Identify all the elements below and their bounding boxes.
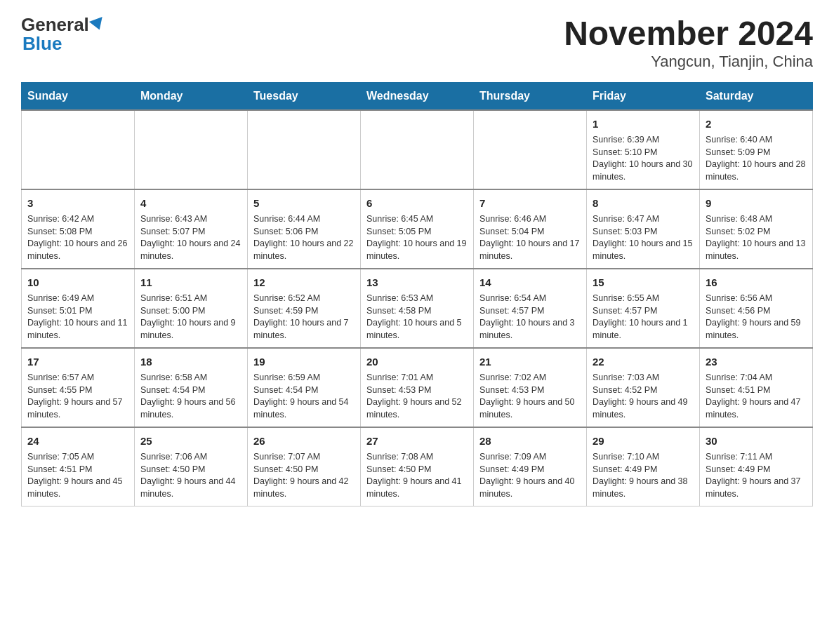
week-row-5: 24Sunrise: 7:05 AM Sunset: 4:51 PM Dayli… <box>22 427 813 507</box>
day-number: 22 <box>593 354 694 369</box>
calendar-cell: 18Sunrise: 6:58 AM Sunset: 4:54 PM Dayli… <box>135 348 248 427</box>
day-info: Sunrise: 6:56 AM Sunset: 4:56 PM Dayligh… <box>706 293 807 342</box>
day-info: Sunrise: 6:54 AM Sunset: 4:57 PM Dayligh… <box>479 293 581 342</box>
day-info: Sunrise: 7:04 AM Sunset: 4:51 PM Dayligh… <box>706 372 807 421</box>
day-number: 7 <box>479 196 581 210</box>
calendar-cell: 8Sunrise: 6:47 AM Sunset: 5:03 PM Daylig… <box>587 189 700 269</box>
day-number: 2 <box>706 116 807 131</box>
calendar-cell: 23Sunrise: 7:04 AM Sunset: 4:51 PM Dayli… <box>700 348 813 427</box>
week-row-3: 10Sunrise: 6:49 AM Sunset: 5:01 PM Dayli… <box>22 269 813 348</box>
day-number: 20 <box>366 354 468 369</box>
calendar-cell: 11Sunrise: 6:51 AM Sunset: 5:00 PM Dayli… <box>135 269 248 348</box>
logo-triangle-icon <box>89 17 106 32</box>
week-row-4: 17Sunrise: 6:57 AM Sunset: 4:55 PM Dayli… <box>22 348 813 427</box>
day-number: 15 <box>593 275 694 290</box>
day-info: Sunrise: 6:40 AM Sunset: 5:09 PM Dayligh… <box>706 134 807 183</box>
calendar-cell: 6Sunrise: 6:45 AM Sunset: 5:05 PM Daylig… <box>361 189 474 269</box>
day-number: 16 <box>706 275 807 290</box>
day-info: Sunrise: 7:11 AM Sunset: 4:49 PM Dayligh… <box>706 451 807 500</box>
calendar-cell: 10Sunrise: 6:49 AM Sunset: 5:01 PM Dayli… <box>22 269 135 348</box>
day-number: 6 <box>366 196 468 210</box>
day-info: Sunrise: 7:01 AM Sunset: 4:53 PM Dayligh… <box>366 372 468 421</box>
calendar-cell: 1Sunrise: 6:39 AM Sunset: 5:10 PM Daylig… <box>587 110 700 189</box>
weekday-header-thursday: Thursday <box>474 83 587 111</box>
day-number: 9 <box>706 196 807 210</box>
day-number: 17 <box>27 354 128 369</box>
day-number: 28 <box>479 434 581 448</box>
day-info: Sunrise: 6:49 AM Sunset: 5:01 PM Dayligh… <box>27 293 128 342</box>
calendar-cell: 25Sunrise: 7:06 AM Sunset: 4:50 PM Dayli… <box>135 427 248 507</box>
day-number: 11 <box>140 275 241 290</box>
day-info: Sunrise: 7:06 AM Sunset: 4:50 PM Dayligh… <box>140 451 241 500</box>
calendar-cell: 20Sunrise: 7:01 AM Sunset: 4:53 PM Dayli… <box>361 348 474 427</box>
calendar-cell: 4Sunrise: 6:43 AM Sunset: 5:07 PM Daylig… <box>135 189 248 269</box>
day-number: 10 <box>27 275 128 290</box>
calendar-cell: 19Sunrise: 6:59 AM Sunset: 4:54 PM Dayli… <box>248 348 361 427</box>
day-info: Sunrise: 6:44 AM Sunset: 5:06 PM Dayligh… <box>253 213 355 262</box>
calendar-cell: 26Sunrise: 7:07 AM Sunset: 4:50 PM Dayli… <box>248 427 361 507</box>
calendar-cell: 30Sunrise: 7:11 AM Sunset: 4:49 PM Dayli… <box>700 427 813 507</box>
day-number: 1 <box>593 116 694 131</box>
day-info: Sunrise: 7:02 AM Sunset: 4:53 PM Dayligh… <box>479 372 581 421</box>
day-info: Sunrise: 7:08 AM Sunset: 4:50 PM Dayligh… <box>366 451 468 500</box>
weekday-header-tuesday: Tuesday <box>248 83 361 111</box>
weekday-header-row: SundayMondayTuesdayWednesdayThursdayFrid… <box>22 83 813 111</box>
calendar-cell: 24Sunrise: 7:05 AM Sunset: 4:51 PM Dayli… <box>22 427 135 507</box>
calendar-title: November 2024 <box>564 14 813 53</box>
calendar-cell: 28Sunrise: 7:09 AM Sunset: 4:49 PM Dayli… <box>474 427 587 507</box>
day-info: Sunrise: 7:03 AM Sunset: 4:52 PM Dayligh… <box>593 372 694 421</box>
calendar-subtitle: Yangcun, Tianjin, China <box>564 53 813 71</box>
day-info: Sunrise: 6:47 AM Sunset: 5:03 PM Dayligh… <box>593 213 694 262</box>
day-number: 5 <box>253 196 355 210</box>
day-number: 21 <box>479 354 581 369</box>
logo-blue: Blue <box>22 33 62 55</box>
day-info: Sunrise: 6:53 AM Sunset: 4:58 PM Dayligh… <box>366 293 468 342</box>
weekday-header-friday: Friday <box>587 83 700 111</box>
calendar-cell: 29Sunrise: 7:10 AM Sunset: 4:49 PM Dayli… <box>587 427 700 507</box>
calendar-cell <box>474 110 587 189</box>
calendar-cell: 7Sunrise: 6:46 AM Sunset: 5:04 PM Daylig… <box>474 189 587 269</box>
day-info: Sunrise: 6:48 AM Sunset: 5:02 PM Dayligh… <box>706 213 807 262</box>
day-number: 24 <box>27 434 128 448</box>
day-number: 19 <box>253 354 355 369</box>
calendar-cell: 14Sunrise: 6:54 AM Sunset: 4:57 PM Dayli… <box>474 269 587 348</box>
weekday-header-sunday: Sunday <box>22 83 135 111</box>
calendar-cell: 16Sunrise: 6:56 AM Sunset: 4:56 PM Dayli… <box>700 269 813 348</box>
day-info: Sunrise: 6:52 AM Sunset: 4:59 PM Dayligh… <box>253 293 355 342</box>
day-number: 14 <box>479 275 581 290</box>
day-number: 18 <box>140 354 241 369</box>
day-info: Sunrise: 7:05 AM Sunset: 4:51 PM Dayligh… <box>27 451 128 500</box>
day-info: Sunrise: 6:59 AM Sunset: 4:54 PM Dayligh… <box>253 372 355 421</box>
calendar-cell <box>248 110 361 189</box>
day-number: 25 <box>140 434 241 448</box>
day-number: 29 <box>593 434 694 448</box>
day-number: 8 <box>593 196 694 210</box>
day-number: 4 <box>140 196 241 210</box>
calendar-cell: 22Sunrise: 7:03 AM Sunset: 4:52 PM Dayli… <box>587 348 700 427</box>
day-info: Sunrise: 6:46 AM Sunset: 5:04 PM Dayligh… <box>479 213 581 262</box>
calendar-title-area: November 2024 Yangcun, Tianjin, China <box>564 14 813 71</box>
day-info: Sunrise: 6:51 AM Sunset: 5:00 PM Dayligh… <box>140 293 241 342</box>
calendar-cell <box>22 110 135 189</box>
logo: General Blue <box>21 14 105 55</box>
calendar-cell: 5Sunrise: 6:44 AM Sunset: 5:06 PM Daylig… <box>248 189 361 269</box>
calendar-table: SundayMondayTuesdayWednesdayThursdayFrid… <box>21 82 813 507</box>
day-info: Sunrise: 6:57 AM Sunset: 4:55 PM Dayligh… <box>27 372 128 421</box>
day-number: 13 <box>366 275 468 290</box>
page-header: General Blue November 2024 Yangcun, Tian… <box>21 14 813 71</box>
calendar-cell: 17Sunrise: 6:57 AM Sunset: 4:55 PM Dayli… <box>22 348 135 427</box>
weekday-header-saturday: Saturday <box>700 83 813 111</box>
calendar-cell <box>361 110 474 189</box>
day-number: 26 <box>253 434 355 448</box>
calendar-cell: 15Sunrise: 6:55 AM Sunset: 4:57 PM Dayli… <box>587 269 700 348</box>
day-info: Sunrise: 7:09 AM Sunset: 4:49 PM Dayligh… <box>479 451 581 500</box>
day-info: Sunrise: 6:58 AM Sunset: 4:54 PM Dayligh… <box>140 372 241 421</box>
calendar-cell <box>135 110 248 189</box>
calendar-cell: 12Sunrise: 6:52 AM Sunset: 4:59 PM Dayli… <box>248 269 361 348</box>
week-row-1: 1Sunrise: 6:39 AM Sunset: 5:10 PM Daylig… <box>22 110 813 189</box>
day-number: 27 <box>366 434 468 448</box>
weekday-header-monday: Monday <box>135 83 248 111</box>
day-info: Sunrise: 7:10 AM Sunset: 4:49 PM Dayligh… <box>593 451 694 500</box>
calendar-cell: 21Sunrise: 7:02 AM Sunset: 4:53 PM Dayli… <box>474 348 587 427</box>
day-info: Sunrise: 6:42 AM Sunset: 5:08 PM Dayligh… <box>27 213 128 262</box>
